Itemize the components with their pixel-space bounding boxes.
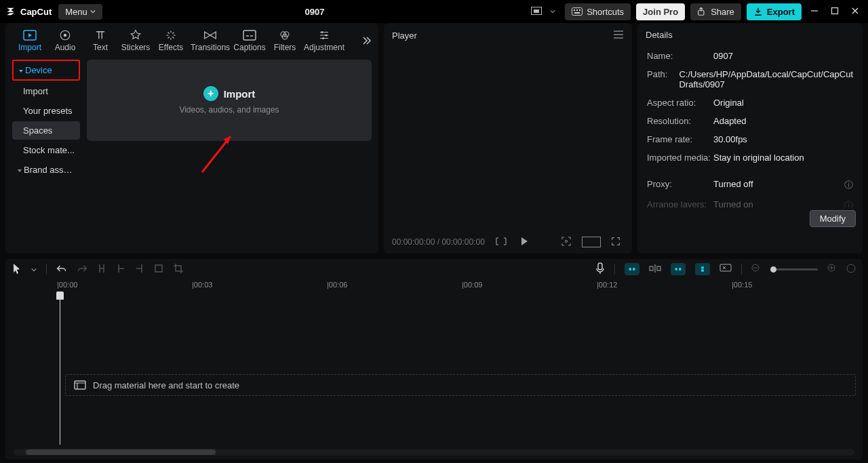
audio-icon (59, 29, 71, 41)
redo-button[interactable] (77, 264, 87, 275)
tab-label: Import (18, 43, 41, 52)
tab-transitions[interactable]: Transitions (189, 29, 232, 52)
undo-button[interactable] (56, 264, 67, 275)
player-menu-button[interactable] (613, 30, 624, 41)
shortcuts-button[interactable]: Shortcuts (565, 3, 631, 20)
export-button[interactable]: Export (747, 3, 802, 20)
sidebar-item-label: Brand assets (24, 165, 75, 175)
tab-captions[interactable]: Captions (232, 29, 267, 52)
sidebar-item-label: Device (25, 65, 52, 75)
player-aspect-box[interactable] (582, 237, 601, 247)
window-minimize-button[interactable] (807, 7, 822, 17)
minimize-icon (810, 7, 818, 15)
pointer-menu[interactable] (31, 264, 37, 275)
svg-point-17 (326, 35, 328, 37)
pointer-tool[interactable] (12, 263, 22, 276)
trim-right-icon (135, 263, 144, 274)
crop-button[interactable] (173, 263, 184, 276)
info-icon[interactable]: ⓘ (844, 179, 853, 191)
tab-text[interactable]: Text (83, 29, 118, 52)
zoom-in-button[interactable] (827, 264, 837, 275)
sidebar-item-your-presets[interactable]: Your presets (12, 102, 80, 120)
svg-rect-5 (579, 9, 580, 11)
trim-right-button[interactable] (135, 263, 144, 276)
scrollbar-thumb[interactable] (26, 449, 216, 455)
detail-row-arrange-layers: Arrange layers:Turned onⓘ (637, 195, 863, 207)
tab-label: Captions (233, 43, 265, 52)
app-logo: CapCut (5, 5, 52, 18)
tab-import[interactable]: Import (12, 29, 47, 52)
delete-button[interactable] (154, 264, 163, 275)
magnet-button[interactable] (671, 263, 686, 275)
svg-rect-12 (243, 31, 256, 40)
captions-icon (243, 29, 256, 41)
menu-button[interactable]: Menu (58, 4, 102, 20)
zoom-fit-button[interactable] (846, 264, 856, 275)
import-dropzone[interactable]: + Import Videos, audios, and images (87, 60, 372, 141)
align-button[interactable] (649, 264, 661, 275)
svg-rect-2 (572, 8, 583, 16)
media-panel: Import Audio Text Stickers Effects Trans… (5, 23, 378, 254)
zoom-slider[interactable] (770, 268, 818, 270)
svg-rect-23 (598, 263, 602, 270)
window-close-button[interactable] (848, 7, 863, 17)
aspect-toggle-button[interactable] (527, 4, 559, 19)
chevron-down-icon (550, 9, 555, 14)
player-viewport[interactable] (391, 48, 625, 230)
menu-button-label: Menu (65, 7, 87, 17)
media-body: Device Import Your presets Spaces Stock … (5, 54, 378, 254)
info-icon[interactable]: ⓘ (844, 199, 853, 203)
sidebar-item-brand-assets[interactable]: Brand assets (12, 161, 80, 179)
clip-icon (74, 380, 86, 390)
delete-icon (154, 264, 163, 273)
tab-filters[interactable]: Filters (267, 29, 302, 52)
play-button[interactable] (517, 235, 531, 249)
detail-row-resolution: Resolution:Adapted (637, 112, 863, 130)
join-pro-button[interactable]: Join Pro (636, 3, 685, 20)
details-header-label: Details (646, 30, 673, 40)
workspace: Import Audio Text Stickers Effects Trans… (0, 23, 868, 254)
svg-rect-1 (534, 9, 539, 13)
svg-rect-6 (574, 12, 580, 14)
svg-rect-25 (633, 268, 635, 270)
sidebar-item-spaces[interactable]: Spaces (12, 121, 80, 140)
detail-row-path: Path:C:/Users/HP/AppData/Local/CapCut/Ca… (637, 65, 863, 94)
timeline-drop-track[interactable]: Drag material here and start to create (65, 374, 856, 396)
window-maximize-button[interactable] (827, 7, 842, 17)
preview-quality-button[interactable] (719, 264, 732, 275)
maximize-icon (831, 7, 839, 15)
modify-button[interactable]: Modify (810, 210, 856, 227)
mic-button[interactable] (595, 262, 605, 277)
player-in-out-button[interactable] (492, 236, 511, 249)
stickers-icon (130, 29, 142, 41)
fullscreen-button[interactable] (608, 235, 624, 250)
svg-rect-32 (720, 264, 731, 271)
timeline-toolbar (5, 259, 863, 279)
share-button[interactable]: Share (690, 3, 741, 20)
svg-rect-8 (832, 7, 838, 14)
timeline-scrollbar[interactable] (14, 449, 854, 456)
focus-button[interactable] (557, 234, 575, 251)
tab-stickers[interactable]: Stickers (118, 29, 153, 52)
undo-icon (56, 264, 67, 273)
sidebar-item-stock-materials[interactable]: Stock mate... (12, 141, 80, 159)
link-button[interactable] (695, 263, 710, 275)
snap-button[interactable] (625, 263, 639, 275)
player-panel: Player 00:00:00:00 / 00:00:00:00 (384, 23, 632, 254)
timeline-ruler[interactable]: |00:00 |00:03 |00:06 |00:09 |00:12 |00:1… (12, 279, 856, 293)
svg-point-18 (322, 37, 324, 39)
svg-point-21 (566, 240, 568, 242)
timeline-body[interactable]: Drag material here and start to create (12, 293, 856, 445)
svg-rect-36 (75, 381, 85, 389)
tabs-more-button[interactable] (358, 33, 374, 51)
sidebar-item-device[interactable]: Device (12, 60, 80, 81)
trim-left-button[interactable] (116, 263, 125, 276)
tab-audio[interactable]: Audio (47, 29, 83, 52)
player-timecode: 00:00:00:00 / 00:00:00:00 (392, 237, 485, 247)
tab-effects[interactable]: Effects (153, 29, 189, 52)
tab-adjustment[interactable]: Adjustment (302, 29, 346, 52)
zoom-out-button[interactable] (751, 264, 761, 275)
playhead[interactable] (60, 293, 60, 445)
sidebar-item-import[interactable]: Import (12, 82, 80, 100)
split-button[interactable] (97, 263, 106, 276)
